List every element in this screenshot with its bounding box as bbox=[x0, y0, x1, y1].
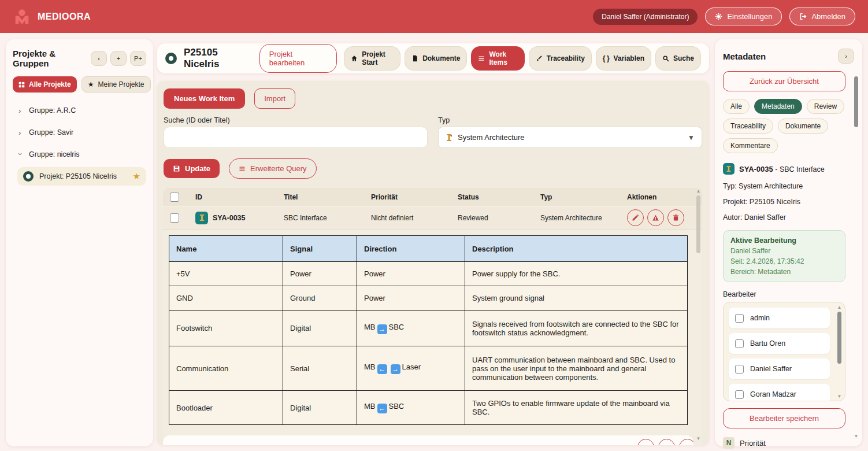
editor-checkbox[interactable] bbox=[735, 339, 744, 348]
cell-signal: Serial bbox=[283, 346, 357, 391]
home-icon bbox=[351, 55, 358, 62]
update-button[interactable]: Update bbox=[164, 159, 220, 178]
filter-mine-label: Meine Projekte bbox=[98, 80, 144, 88]
chip-review[interactable]: Review bbox=[807, 99, 844, 114]
add-project-button[interactable]: P+ bbox=[130, 51, 146, 66]
new-work-item-button[interactable]: Neues Work Item bbox=[164, 88, 245, 109]
filter-my-projects-button[interactable]: ★ Meine Projekte bbox=[81, 76, 151, 93]
cell-name: Footswitch bbox=[169, 310, 283, 346]
favorite-star-icon[interactable]: ★ bbox=[133, 171, 140, 182]
braces-icon: { } bbox=[603, 54, 610, 62]
metadata-scrollbar[interactable]: ▼ bbox=[854, 75, 859, 439]
tab-suche[interactable]: Suche bbox=[655, 46, 701, 71]
signal-row: Bootloader Digital MB←SBC Two GPIOs to e… bbox=[169, 391, 688, 425]
tab-work-items[interactable]: Work Items bbox=[471, 46, 524, 71]
chip-dokumente[interactable]: Dokumente bbox=[778, 119, 828, 134]
main-scrollbar[interactable]: ▲ ▼ bbox=[696, 188, 701, 442]
save-editors-label: Bearbeiter speichern bbox=[750, 414, 819, 423]
work-item-type-icon bbox=[195, 212, 208, 224]
scroll-up-icon[interactable]: ▲ bbox=[696, 188, 701, 194]
editor-checkbox[interactable] bbox=[735, 314, 744, 323]
cell-direction: MB←SBC bbox=[357, 391, 465, 425]
search-field-label: Suche (ID oder Titel) bbox=[164, 116, 230, 124]
scroll-down-icon[interactable]: ▼ bbox=[854, 434, 859, 439]
logout-icon bbox=[799, 13, 807, 20]
cell-name: GND bbox=[169, 286, 283, 310]
cell-signal: Ground bbox=[283, 286, 357, 310]
settings-label: Einstellungen bbox=[727, 12, 772, 21]
review-warning-button[interactable] bbox=[658, 439, 675, 445]
chevron-right-icon: › bbox=[18, 107, 23, 114]
edit-row-button[interactable] bbox=[627, 209, 644, 226]
chevron-right-icon: › bbox=[18, 129, 23, 136]
arrow-right-icon: → bbox=[377, 324, 387, 334]
col-name: Name bbox=[169, 236, 283, 262]
scrollbar-thumb[interactable] bbox=[696, 195, 700, 253]
topbar: MEDIOORA Daniel Saffer (Administrator) E… bbox=[0, 0, 868, 33]
arrow-left-icon: ← bbox=[377, 364, 387, 374]
next-work-item-row-partial[interactable] bbox=[163, 435, 693, 445]
work-item-row[interactable]: SYA-0035 SBC Interface Nicht definiert R… bbox=[163, 206, 702, 230]
row-id: SYA-0035 bbox=[213, 214, 246, 222]
project-ring-icon bbox=[23, 171, 34, 182]
scroll-down-icon[interactable]: ▼ bbox=[696, 436, 701, 442]
edit-project-label: Projekt bearbeiten bbox=[269, 50, 327, 67]
scroll-down-icon[interactable]: ▼ bbox=[837, 394, 842, 400]
cell-signal: Power bbox=[283, 262, 357, 286]
cell-description: Power supply for the SBC. bbox=[465, 262, 688, 286]
edit-row-button[interactable] bbox=[637, 439, 654, 445]
chip-alle[interactable]: Alle bbox=[723, 99, 750, 114]
group-item-savir[interactable]: › Gruppe: Savir bbox=[13, 128, 146, 136]
editor-item-daniel-saffer[interactable]: Daniel Saffer bbox=[729, 358, 830, 379]
active-editing-since: Seit: 2.4.2026, 17:35:42 bbox=[730, 257, 838, 265]
metadata-collapse-button[interactable]: › bbox=[838, 49, 854, 64]
editor-checkbox[interactable] bbox=[735, 365, 744, 374]
column-titel: Titel bbox=[284, 193, 371, 201]
chip-traceability[interactable]: Traceability bbox=[723, 119, 773, 134]
chip-kommentare[interactable]: Kommentare bbox=[723, 138, 778, 153]
import-button[interactable]: Import bbox=[254, 88, 295, 109]
cell-description: UART communication between mainboard and… bbox=[465, 346, 688, 391]
work-items-panel: Neues Work Item Import Suche (ID oder Ti… bbox=[157, 81, 709, 445]
chip-metadaten[interactable]: Metadaten bbox=[754, 99, 802, 114]
editor-item-bartu-oren[interactable]: Bartu Oren bbox=[729, 333, 830, 354]
select-all-checkbox[interactable] bbox=[170, 193, 179, 202]
delete-row-button[interactable] bbox=[679, 439, 693, 445]
row-checkbox[interactable] bbox=[170, 213, 179, 223]
active-editing-box: Aktive Bearbeitung Daniel Saffer Seit: 2… bbox=[723, 230, 845, 282]
chevron-down-icon: ▼ bbox=[688, 134, 695, 142]
tab-variablen[interactable]: { } Variablen bbox=[596, 46, 651, 71]
back-to-overview-button[interactable]: Zurück zur Übersicht bbox=[723, 71, 845, 91]
edit-project-button[interactable]: Projekt bearbeiten bbox=[259, 44, 337, 73]
settings-button[interactable]: Einstellungen bbox=[705, 8, 782, 25]
active-editing-title: Aktive Bearbeitung bbox=[730, 236, 838, 245]
tab-label: Projekt Start bbox=[362, 50, 394, 66]
filter-all-projects-button[interactable]: Alle Projekte bbox=[13, 76, 77, 93]
sidebar-project-item[interactable]: Projekt: P25105 NiceIris ★ bbox=[17, 167, 146, 186]
page-title: P25105 NiceIris bbox=[184, 47, 253, 70]
logout-button[interactable]: Abmelden bbox=[789, 8, 855, 25]
tab-dokumente[interactable]: Dokumente bbox=[405, 46, 467, 71]
save-editors-button[interactable]: Bearbeiter speichern bbox=[723, 408, 845, 428]
type-select[interactable]: System Architecture ▼ bbox=[438, 127, 702, 148]
editor-item-goran-madzar[interactable]: Goran Madzar bbox=[729, 384, 830, 401]
review-warning-button[interactable] bbox=[647, 209, 664, 226]
search-input[interactable] bbox=[164, 127, 428, 148]
tab-traceability[interactable]: Traceability bbox=[529, 46, 592, 71]
editors-scrollbar[interactable]: ▲ ▼ bbox=[837, 305, 842, 400]
delete-row-button[interactable] bbox=[667, 209, 684, 226]
add-group-button[interactable]: + bbox=[110, 51, 127, 66]
metadata-sidebar: Metadaten › Zurück zur Übersicht Alle Me… bbox=[715, 39, 862, 446]
traceability-icon bbox=[536, 55, 543, 62]
editor-item-admin[interactable]: admin bbox=[729, 308, 830, 328]
advanced-query-button[interactable]: Erweiterte Query bbox=[229, 158, 317, 179]
project-header: P25105 NiceIris Projekt bearbeiten Proje… bbox=[157, 43, 709, 73]
group-item-nicelris[interactable]: › Gruppe: nicelris bbox=[13, 150, 146, 158]
scroll-up-icon[interactable]: ▲ bbox=[837, 305, 842, 310]
tab-projekt-start[interactable]: Projekt Start bbox=[344, 46, 400, 71]
editor-checkbox[interactable] bbox=[735, 390, 744, 399]
sidebar-collapse-button[interactable]: ‹ bbox=[91, 51, 107, 66]
scrollbar-thumb[interactable] bbox=[854, 76, 858, 127]
scrollbar-thumb[interactable] bbox=[837, 312, 841, 364]
group-item-arc[interactable]: › Gruppe: A.R.C bbox=[13, 106, 146, 114]
